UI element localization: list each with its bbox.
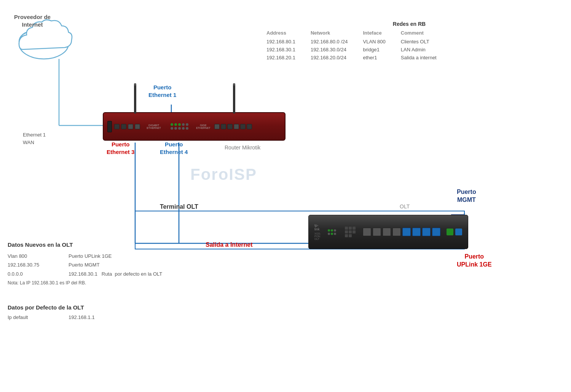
olt-led-off-1 (334, 229, 336, 232)
router-led-9 (182, 127, 185, 130)
datos-defecto-section: Datos por Defecto de la OLT Ip default 1… (8, 304, 160, 320)
router-led-6 (171, 127, 173, 130)
olt-led-green-3 (331, 233, 333, 235)
label-puerto-eth3: PuertoEthernet 3 (107, 141, 134, 156)
olt-led-off-2 (328, 233, 330, 235)
router-port-4 (135, 124, 140, 129)
olt-sfp-blue-3 (422, 228, 431, 236)
redes-rb-title: Redes en RB (266, 21, 552, 27)
router-port-group-right (214, 124, 252, 129)
redes-rb-col-address: Address 192.168.80.1192.168.30.1192.168.… (266, 30, 295, 62)
redes-rb-col-interface: Inteface VLAN 800bridge1ether1 (363, 30, 386, 62)
olt-small-ports (345, 227, 356, 237)
olt-sp-2 (349, 227, 352, 230)
label-router-mikrotik: Router Mikrotik (225, 144, 260, 151)
olt-sfp-blue-4 (432, 228, 440, 236)
olt-device: tp-link XGS-PON OLT (308, 215, 468, 249)
olt-sp-4 (345, 230, 348, 233)
router-port-r6 (247, 124, 252, 129)
datos-nuevos-nota: Nota: La IP 192.168.30.1 es IP del RB. (8, 280, 217, 286)
olt-led-green-1 (328, 229, 330, 232)
router-led-4 (182, 123, 185, 126)
router-antenna-left (134, 83, 136, 114)
olt-sp-1 (345, 227, 348, 230)
datos-nuevos-content: Vlan 800 192.168.30.75 0.0.0.0 Puerto UP… (8, 252, 217, 278)
olt-sfp-blue-2 (412, 228, 421, 236)
datos-defecto-value: 192.168.1.1 (69, 314, 95, 320)
olt-brand-section: tp-link XGS-PON OLT (314, 224, 321, 240)
diagram-container: Proveedor de Internet Redes en RB Addres… (0, 0, 571, 392)
olt-sp-5 (349, 230, 352, 233)
olt-led-row1 (328, 229, 336, 232)
olt-sp-3 (352, 227, 356, 230)
router-led-7 (174, 127, 177, 130)
label-olt: OLT (400, 203, 410, 209)
olt-led-row2 (328, 233, 336, 235)
router-port-r3 (227, 124, 233, 129)
olt-sfp-2 (373, 228, 381, 236)
datos-defecto-key: Ip default (8, 314, 69, 320)
label-puerto-uplink: PuertoUPLink 1GE (457, 253, 492, 269)
router-port-r1 (214, 124, 220, 129)
router-port-3 (128, 124, 133, 129)
olt-led-green-2 (331, 229, 333, 232)
olt-model-text: XGS-PON OLT (314, 232, 321, 240)
olt-led-indicators (328, 229, 336, 235)
datos-defecto-content: Ip default 192.168.1.1 (8, 314, 160, 320)
olt-sp-8 (349, 234, 352, 237)
olt-rj45-green-1 (447, 229, 453, 235)
router-gige-label2: GIGE ETHERNET (194, 124, 213, 129)
label-ethernet1-wan: Ethernet 1 WAN (23, 131, 46, 146)
foro-isp-watermark: ForoISP (190, 165, 257, 184)
router-port-r2 (221, 124, 226, 129)
router-mikrotik-device: GIGABIT ETHERNET GIGE ETHERNET (103, 112, 286, 141)
label-puerto-eth4: PuertoEthernet 4 (160, 141, 188, 156)
label-puerto-mgmt: PuertoMGMT (457, 188, 476, 204)
router-led-8 (178, 127, 181, 130)
olt-sfp-1 (363, 228, 371, 236)
router-led-row-1 (171, 123, 188, 126)
olt-sp-7 (345, 234, 348, 237)
olt-sp-6 (352, 230, 356, 233)
datos-defecto-title: Datos por Defecto de la OLT (8, 304, 160, 311)
olt-sfp-3 (383, 228, 391, 236)
router-antenna-right (233, 83, 235, 114)
redes-rb-col-comment: Comment Clientes OLTLAN AdminSalida a in… (401, 30, 437, 62)
router-ports-right: GIGE ETHERNET (194, 124, 252, 129)
datos-nuevos-keys: Vlan 800 192.168.30.75 0.0.0.0 (8, 252, 69, 278)
redes-rb-col-network: Network 192.168.80.0 /24192.168.30.0/241… (311, 30, 348, 62)
redes-rb-table: Address 192.168.80.1192.168.30.1192.168.… (266, 30, 552, 62)
olt-rj45-blue-mgmt (455, 229, 462, 235)
router-port-r5 (240, 124, 246, 129)
datos-nuevos-values: Puerto UPLink 1GE Puerto MGMT 192.168.30… (69, 252, 162, 278)
router-gigabit-label: GIGABIT ETHERNET (142, 124, 165, 129)
redes-rb-section: Redes en RB Address 192.168.80.1192.168.… (266, 21, 552, 62)
router-ports-left (114, 124, 140, 129)
label-puerto-eth1: PuertoEthernet 1 (148, 84, 176, 98)
router-port-1 (114, 124, 120, 129)
cloud-label: Proveedor de Internet (4, 13, 61, 28)
datos-nuevos-title: Datos Nuevos en la OLT (8, 241, 217, 248)
router-port-r4 (234, 124, 239, 129)
router-led-3 (178, 123, 181, 126)
label-terminal-olt: Terminal OLT (160, 203, 198, 210)
router-leds (171, 123, 188, 130)
router-led-row-2 (171, 127, 188, 130)
olt-sfp-blue-1 (402, 228, 411, 236)
olt-brand-text: tp-link (314, 224, 321, 231)
router-led-1 (171, 123, 173, 126)
olt-led-off-3 (334, 233, 336, 235)
router-led-2 (174, 123, 177, 126)
olt-rj45-ports (447, 229, 462, 235)
router-led-10 (186, 127, 188, 130)
olt-sfp-ports (363, 228, 440, 236)
router-led-5 (186, 123, 188, 126)
router-port-2 (121, 124, 126, 129)
olt-sfp-4 (392, 228, 401, 236)
datos-nuevos-section: Datos Nuevos en la OLT Vlan 800 192.168.… (8, 241, 217, 286)
router-sfp-slot (107, 121, 112, 132)
